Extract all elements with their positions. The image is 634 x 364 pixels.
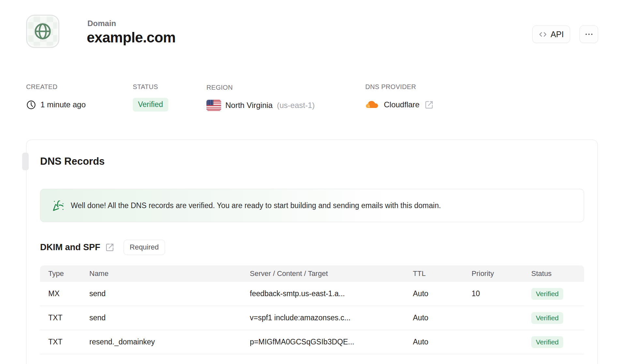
row-status-badge: Verified bbox=[531, 336, 563, 348]
meta-region-value: North Virginia bbox=[225, 101, 273, 110]
cell-name: send bbox=[89, 313, 250, 322]
cell-type: MX bbox=[40, 289, 89, 298]
success-banner: Well done! All the DNS records are verif… bbox=[40, 189, 584, 222]
dkim-spf-section-header: DKIM and SPF Required bbox=[40, 240, 165, 255]
cell-ttl: Auto bbox=[413, 313, 472, 322]
required-badge: Required bbox=[124, 240, 165, 255]
cell-priority: 10 bbox=[472, 289, 531, 298]
cell-type: TXT bbox=[40, 313, 89, 322]
meta-dns-provider: DNS PROVIDER Cloudflare bbox=[365, 83, 433, 112]
row-status-badge: Verified bbox=[531, 288, 563, 300]
col-header-type: Type bbox=[40, 269, 89, 278]
meta-region-label: REGION bbox=[206, 84, 315, 91]
meta-status: STATUS Verified bbox=[133, 83, 168, 112]
col-header-ttl: TTL bbox=[413, 269, 472, 278]
table-row[interactable]: MX send feedback-smtp.us-east-1.a... Aut… bbox=[40, 282, 584, 306]
success-banner-text: Well done! All the DNS records are verif… bbox=[71, 201, 441, 210]
meta-dns-provider-value: Cloudflare bbox=[384, 100, 419, 109]
cell-content: feedback-smtp.us-east-1.a... bbox=[250, 289, 413, 298]
cell-name: send bbox=[89, 289, 250, 298]
dkim-external-link-icon[interactable] bbox=[105, 243, 114, 252]
cell-ttl: Auto bbox=[413, 289, 472, 298]
cell-ttl: Auto bbox=[413, 338, 472, 346]
cloudflare-icon bbox=[365, 99, 380, 110]
dns-records-title: DNS Records bbox=[40, 156, 105, 167]
dns-records-table: Type Name Server / Content / Target TTL … bbox=[40, 265, 584, 354]
more-options-button[interactable] bbox=[580, 25, 598, 43]
col-header-content: Server / Content / Target bbox=[250, 269, 413, 278]
domain-eyebrow: Domain bbox=[87, 19, 116, 28]
cell-type: TXT bbox=[40, 338, 89, 346]
cell-name: resend._domainkey bbox=[89, 338, 250, 346]
row-status-badge: Verified bbox=[531, 312, 563, 324]
us-flag-icon bbox=[206, 100, 221, 111]
dns-records-card: DNS Records Well done! All the DNS recor… bbox=[26, 140, 598, 364]
api-button-label: API bbox=[551, 30, 564, 39]
dkim-spf-title: DKIM and SPF bbox=[40, 242, 100, 252]
table-row[interactable]: TXT resend._domainkey p=MIGfMA0GCSqGSIb3… bbox=[40, 330, 584, 354]
table-header-row: Type Name Server / Content / Target TTL … bbox=[40, 265, 584, 282]
table-body: MX send feedback-smtp.us-east-1.a... Aut… bbox=[40, 282, 584, 354]
cell-content: v=spf1 include:amazonses.c... bbox=[250, 313, 413, 322]
col-header-name: Name bbox=[89, 269, 250, 278]
external-link-icon[interactable] bbox=[425, 100, 433, 109]
clock-icon bbox=[26, 100, 36, 110]
domain-avatar bbox=[26, 15, 59, 48]
ellipsis-icon bbox=[585, 30, 593, 38]
meta-created-label: CREATED bbox=[26, 83, 86, 91]
code-icon bbox=[538, 30, 547, 39]
meta-dns-provider-label: DNS PROVIDER bbox=[365, 83, 433, 91]
page-title: example.com bbox=[87, 29, 175, 46]
meta-region: REGION North Virginia (us-east-1) bbox=[206, 84, 315, 113]
col-header-priority: Priority bbox=[472, 269, 531, 278]
section-scroll-indicator bbox=[22, 153, 29, 170]
party-popper-icon bbox=[53, 200, 64, 211]
meta-created: CREATED 1 minute ago bbox=[26, 83, 86, 112]
cell-content: p=MIGfMA0GCSqGSIb3DQE... bbox=[250, 338, 413, 346]
table-row[interactable]: TXT send v=spf1 include:amazonses.c... A… bbox=[40, 306, 584, 330]
meta-region-code: (us-east-1) bbox=[277, 101, 315, 110]
meta-created-value: 1 minute ago bbox=[40, 100, 86, 109]
api-button[interactable]: API bbox=[532, 25, 570, 43]
globe-icon bbox=[33, 22, 52, 41]
status-badge: Verified bbox=[133, 98, 168, 112]
col-header-status: Status bbox=[531, 269, 584, 278]
meta-status-label: STATUS bbox=[133, 83, 168, 91]
